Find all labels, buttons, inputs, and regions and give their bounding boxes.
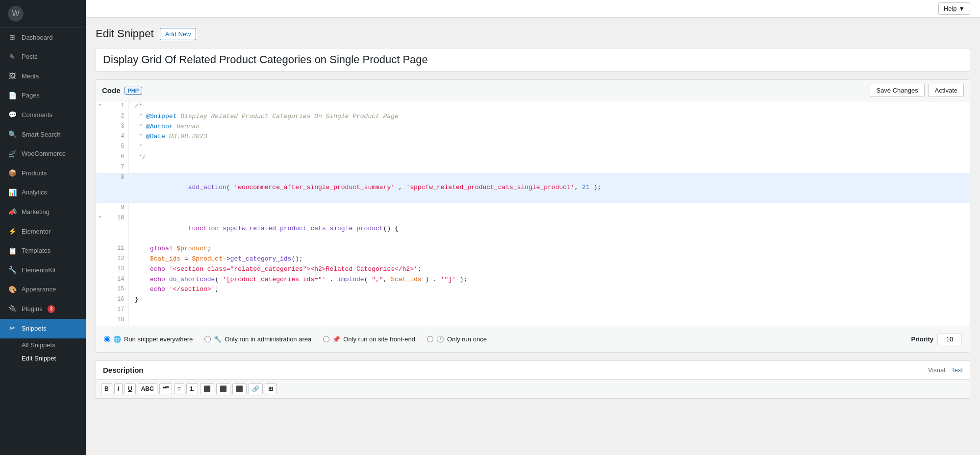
- table-row: 6 */: [96, 152, 970, 163]
- sidebar-item-plugins[interactable]: 🔌 Plugins 3: [0, 299, 86, 319]
- sidebar-item-dashboard[interactable]: ⊞ Dashboard: [0, 28, 86, 48]
- sidebar-item-label: Pages: [22, 91, 40, 100]
- page-header: Edit Snippet Add New: [96, 27, 970, 40]
- activate-button[interactable]: Activate: [929, 84, 964, 97]
- run-frontend-label: Only run on site front-end: [343, 335, 415, 343]
- main-area: Help ▼ Edit Snippet Add New Code PHP Sav…: [86, 0, 980, 455]
- priority-input[interactable]: [937, 333, 962, 345]
- sidebar-item-label: Products: [22, 169, 47, 178]
- wp-logo-icon: W: [8, 6, 24, 22]
- table-row: 12 $cat_ids = $product->get_category_ids…: [96, 254, 970, 264]
- run-admin-option[interactable]: 🔧 Only run in administration area: [204, 335, 311, 343]
- sidebar-item-elementor[interactable]: ⚡ Elementor: [0, 222, 86, 241]
- table-row: 3 * @Author Hannan: [96, 122, 970, 132]
- sidebar-item-appearance[interactable]: 🎨 Appearance: [0, 280, 86, 300]
- sidebar-item-posts[interactable]: ✎ Posts: [0, 48, 86, 67]
- sidebar-item-label: Comments: [22, 111, 52, 120]
- table-row: ▾ 1 /*: [96, 101, 970, 112]
- sidebar-item-label: Posts: [22, 52, 38, 61]
- code-actions: Save Changes Activate: [870, 84, 964, 97]
- table-row: 5 *: [96, 142, 970, 152]
- table-row: 18: [96, 315, 970, 326]
- run-everywhere-option[interactable]: 🌐 Run snippet everywhere: [104, 335, 193, 343]
- underline-button[interactable]: U: [125, 383, 136, 394]
- ordered-list-button[interactable]: 1.: [186, 383, 198, 394]
- sidebar-item-label: Marketing: [22, 208, 50, 216]
- sidebar-item-snippets[interactable]: ✂ Snippets: [0, 319, 86, 338]
- posts-icon: ✎: [8, 52, 17, 62]
- table-row: 7: [96, 163, 970, 173]
- sidebar-item-analytics[interactable]: 📊 Analytics: [0, 183, 86, 203]
- snippet-title-input[interactable]: [96, 48, 970, 72]
- run-everywhere-label: Run snippet everywhere: [124, 335, 193, 343]
- sidebar-item-products[interactable]: 📦 Products: [0, 164, 86, 183]
- blockquote-button[interactable]: ❝❞: [159, 383, 172, 394]
- run-admin-label: Only run in administration area: [225, 335, 311, 343]
- bold-button[interactable]: B: [101, 383, 112, 394]
- align-center-button[interactable]: ⬛: [216, 383, 230, 394]
- sidebar-item-label: Dashboard: [22, 33, 53, 42]
- run-everywhere-radio[interactable]: [104, 336, 110, 342]
- run-once-option[interactable]: 🕐 Only run once: [427, 335, 487, 343]
- comments-icon: 💬: [8, 110, 17, 120]
- link-button[interactable]: 🔗: [249, 383, 263, 394]
- sidebar-sub-edit-snippet[interactable]: Edit Snippet: [0, 352, 86, 365]
- sidebar-item-label: Templates: [22, 246, 50, 255]
- run-frontend-icon: 📌: [332, 335, 340, 343]
- tab-visual[interactable]: Visual: [928, 366, 945, 374]
- all-snippets-label: All Snippets: [22, 341, 55, 349]
- media-icon: 🖼: [8, 72, 17, 81]
- tab-text[interactable]: Text: [951, 366, 963, 374]
- strikethrough-button[interactable]: ABC: [138, 383, 157, 394]
- unordered-list-button[interactable]: ≡: [174, 383, 184, 394]
- sidebar: W ⊞ Dashboard ✎ Posts 🖼 Media 📄 Pages 💬 …: [0, 0, 86, 455]
- run-once-radio[interactable]: [427, 336, 433, 342]
- plugins-badge: 3: [48, 305, 55, 313]
- sidebar-item-elementskit[interactable]: 🔧 ElementsKit: [0, 261, 86, 280]
- table-row: 2 * @Snippet Display Related Product Cat…: [96, 112, 970, 122]
- run-once-label: Only run once: [447, 335, 487, 343]
- align-right-button[interactable]: ⬛: [232, 383, 247, 394]
- topbar: Help ▼: [86, 0, 980, 18]
- sidebar-item-marketing[interactable]: 📣 Marketing: [0, 202, 86, 222]
- dashboard-icon: ⊞: [8, 33, 17, 43]
- sidebar-sub-all-snippets[interactable]: All Snippets: [0, 338, 86, 352]
- code-header: Code PHP Save Changes Activate: [96, 80, 970, 101]
- sidebar-item-comments[interactable]: 💬 Comments: [0, 105, 86, 125]
- sidebar-item-smart-search[interactable]: 🔍 Smart Search: [0, 125, 86, 144]
- templates-icon: 📋: [8, 246, 17, 256]
- table-row: 13 echo '<section class="related_categor…: [96, 264, 970, 275]
- pages-icon: 📄: [8, 91, 17, 101]
- table-button[interactable]: ⊞: [265, 383, 276, 394]
- sidebar-logo: W: [0, 0, 86, 28]
- sidebar-item-templates[interactable]: 📋 Templates: [0, 241, 86, 261]
- sidebar-item-label: Analytics: [22, 188, 47, 197]
- content-area: Edit Snippet Add New Code PHP Save Chang…: [86, 18, 980, 455]
- sidebar-item-label: ElementsKit: [22, 266, 55, 275]
- sidebar-item-woocommerce[interactable]: 🛒 WooCommerce: [0, 144, 86, 164]
- code-editor[interactable]: ▾ 1 /* 2 * @Snippet Display Related Prod…: [96, 101, 970, 326]
- priority-section: Priority: [911, 333, 962, 345]
- run-frontend-radio[interactable]: [323, 336, 329, 342]
- table-row: 4 * @Date 03.08.2023: [96, 132, 970, 142]
- sidebar-item-label: Plugins: [22, 305, 43, 313]
- sidebar-item-pages[interactable]: 📄 Pages: [0, 86, 86, 106]
- code-label: Code PHP: [102, 86, 142, 95]
- table-row: 11 global $product;: [96, 244, 970, 254]
- sidebar-item-media[interactable]: 🖼 Media: [0, 67, 86, 86]
- italic-button[interactable]: I: [114, 383, 123, 394]
- add-new-button[interactable]: Add New: [160, 28, 197, 40]
- run-frontend-option[interactable]: 📌 Only run on site front-end: [323, 335, 415, 343]
- run-options: 🌐 Run snippet everywhere 🔧 Only run in a…: [96, 326, 970, 352]
- save-changes-button[interactable]: Save Changes: [870, 84, 924, 97]
- table-row: 15 echo '</section>';: [96, 285, 970, 295]
- table-row: 8 add_action( 'woocommerce_after_single_…: [96, 173, 970, 203]
- sidebar-item-label: Elementor: [22, 227, 50, 236]
- align-left-button[interactable]: ⬛: [200, 383, 214, 394]
- help-button[interactable]: Help ▼: [938, 2, 970, 15]
- run-once-icon: 🕐: [436, 335, 444, 343]
- elementskit-icon: 🔧: [8, 265, 17, 275]
- edit-snippet-label: Edit Snippet: [22, 355, 56, 362]
- woocommerce-icon: 🛒: [8, 149, 17, 159]
- run-admin-radio[interactable]: [204, 336, 211, 342]
